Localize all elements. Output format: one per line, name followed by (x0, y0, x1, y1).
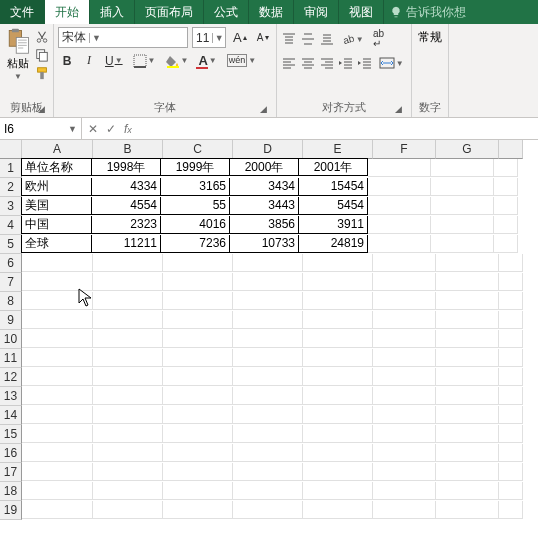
row-header[interactable]: 15 (0, 425, 22, 444)
row-header[interactable]: 4 (0, 216, 22, 235)
font-name-select[interactable]: 宋体▼ (58, 27, 188, 48)
cell[interactable] (163, 273, 233, 291)
cell[interactable]: 1998年 (91, 158, 161, 176)
cell[interactable] (93, 292, 163, 310)
cell[interactable] (93, 406, 163, 424)
cell[interactable] (163, 254, 233, 272)
italic-button[interactable]: I (80, 51, 98, 70)
cell[interactable] (303, 292, 373, 310)
cell[interactable] (499, 254, 523, 272)
cell[interactable]: 3911 (298, 216, 368, 234)
cell[interactable] (436, 501, 499, 519)
col-header[interactable]: C (163, 140, 233, 159)
cell[interactable] (233, 330, 303, 348)
cell[interactable] (494, 159, 518, 177)
cell[interactable] (373, 254, 436, 272)
cell[interactable]: 10733 (229, 235, 299, 253)
cell[interactable]: 1999年 (160, 158, 230, 176)
cell[interactable] (373, 368, 436, 386)
row-header[interactable]: 12 (0, 368, 22, 387)
cell[interactable]: 55 (160, 197, 230, 215)
cell[interactable] (499, 330, 523, 348)
cell[interactable] (93, 444, 163, 462)
cell[interactable] (93, 273, 163, 291)
cell[interactable] (303, 273, 373, 291)
cell[interactable] (303, 482, 373, 500)
cell[interactable] (303, 311, 373, 329)
cell[interactable] (431, 159, 494, 177)
cell[interactable] (22, 311, 93, 329)
cell[interactable] (436, 482, 499, 500)
cell[interactable] (499, 349, 523, 367)
cell[interactable] (93, 463, 163, 481)
tab-review[interactable]: 审阅 (294, 0, 339, 24)
cell[interactable] (303, 501, 373, 519)
cell[interactable]: 4554 (91, 197, 161, 215)
cell[interactable]: 2001年 (298, 158, 368, 176)
cell[interactable] (163, 406, 233, 424)
copy-icon[interactable] (35, 48, 49, 62)
cell[interactable] (303, 444, 373, 462)
cell[interactable] (499, 387, 523, 405)
cell[interactable]: 11211 (91, 235, 161, 253)
font-size-select[interactable]: 11▼ (192, 27, 226, 48)
cell[interactable] (22, 387, 93, 405)
cell[interactable] (431, 216, 494, 234)
cell[interactable] (431, 197, 494, 215)
cell[interactable] (499, 311, 523, 329)
cell[interactable] (233, 425, 303, 443)
increase-indent-icon[interactable] (357, 55, 373, 71)
bold-button[interactable]: B (58, 52, 76, 70)
row-header[interactable]: 11 (0, 349, 22, 368)
cell[interactable]: 单位名称 (21, 158, 92, 176)
cell[interactable] (233, 501, 303, 519)
cell[interactable] (22, 425, 93, 443)
select-all-corner[interactable] (0, 140, 22, 159)
cell[interactable] (233, 406, 303, 424)
row-header[interactable]: 7 (0, 273, 22, 292)
cell[interactable] (368, 159, 431, 177)
cell[interactable] (22, 501, 93, 519)
cell[interactable] (233, 254, 303, 272)
wrap-text-button[interactable]: ab↵ (370, 27, 388, 51)
tab-home[interactable]: 开始 (45, 0, 90, 24)
cell[interactable] (93, 368, 163, 386)
cell[interactable] (436, 444, 499, 462)
col-header[interactable]: B (93, 140, 163, 159)
align-right-icon[interactable] (319, 55, 335, 71)
cell[interactable]: 2000年 (229, 158, 299, 176)
cell[interactable] (22, 482, 93, 500)
cell[interactable]: 3443 (229, 197, 299, 215)
cell[interactable] (494, 235, 518, 253)
cell[interactable] (499, 292, 523, 310)
cell[interactable] (163, 292, 233, 310)
cell[interactable] (494, 216, 518, 234)
row-header[interactable]: 14 (0, 406, 22, 425)
cell[interactable] (233, 273, 303, 291)
cell[interactable] (93, 330, 163, 348)
cell[interactable] (494, 178, 518, 196)
number-format-select[interactable]: 常规 (416, 27, 444, 47)
cell[interactable] (93, 387, 163, 405)
col-header[interactable]: F (373, 140, 436, 159)
cell[interactable]: 全球 (21, 235, 92, 253)
cell[interactable] (499, 406, 523, 424)
row-header[interactable]: 5 (0, 235, 22, 254)
cell[interactable] (373, 292, 436, 310)
cell[interactable]: 24819 (298, 235, 368, 253)
worksheet-grid[interactable]: A B C D E F G 1 单位名称 1998年 1999年 2000年 2… (0, 140, 538, 520)
cell[interactable] (436, 463, 499, 481)
cell[interactable] (22, 254, 93, 272)
col-header[interactable]: D (233, 140, 303, 159)
cell[interactable] (22, 463, 93, 481)
row-header[interactable]: 17 (0, 463, 22, 482)
align-middle-icon[interactable] (300, 31, 316, 47)
tell-me[interactable]: 告诉我你想 (384, 0, 538, 24)
tab-data[interactable]: 数据 (249, 0, 294, 24)
align-center-icon[interactable] (300, 55, 316, 71)
cell[interactable] (368, 216, 431, 234)
cell[interactable] (368, 197, 431, 215)
cell[interactable] (22, 444, 93, 462)
cell[interactable] (436, 292, 499, 310)
cell[interactable] (233, 349, 303, 367)
